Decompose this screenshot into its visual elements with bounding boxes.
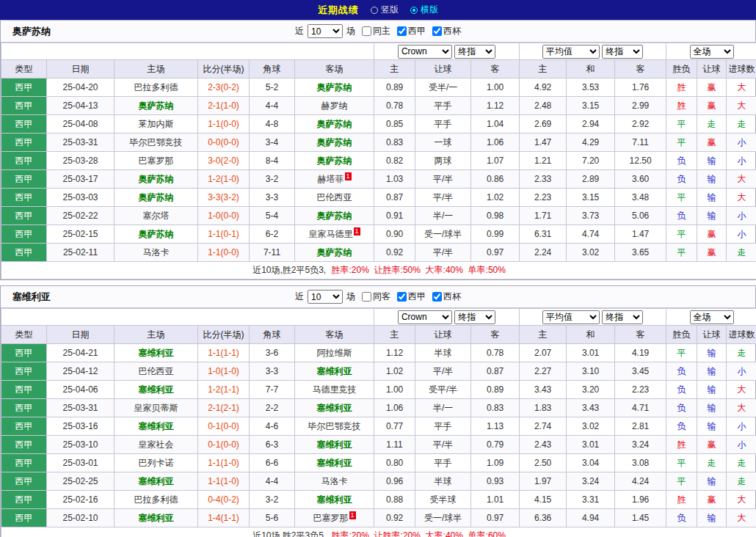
result-win-draw-lose: 负: [666, 399, 697, 417]
checkbox-input[interactable]: [397, 292, 407, 302]
asia-away-odds: 1.02: [471, 189, 520, 207]
asia-handicap: 平/半: [415, 189, 471, 207]
checkbox-input[interactable]: [362, 26, 371, 36]
corner-cell: 3-3: [250, 362, 295, 381]
euro-average-select[interactable]: 平均值: [542, 310, 600, 324]
page-title: 近期战绩: [318, 4, 359, 17]
home-team-cell: 塞尔塔: [115, 207, 198, 225]
away-team-name: 塞维利亚: [317, 403, 352, 413]
score-cell: 0-1(0-0): [198, 417, 250, 436]
col-type: 类型: [1, 326, 47, 344]
away-team-cell: 奥萨苏纳: [295, 152, 374, 170]
home-team-cell: 塞维利亚: [115, 509, 198, 527]
euro-home-odds: 3.43: [520, 381, 567, 399]
asia-home-odds: 0.83: [374, 134, 415, 152]
asia-handicap: 平手: [415, 417, 471, 436]
asia-away-odds: 0.99: [471, 225, 520, 244]
col-corner: 角球: [250, 60, 295, 78]
match-row: 西甲 25-03-31 皇家贝蒂斯 2-1(2-1) 2-2 塞维利亚 1.06…: [1, 399, 756, 417]
away-team-cell: 巴塞罗那1: [295, 509, 374, 527]
euro-home-odds: 4.15: [520, 491, 567, 509]
asia-away-odds: 0.83: [471, 399, 520, 417]
match-date: 25-04-20: [47, 78, 115, 97]
bookmaker-select[interactable]: Crown: [398, 310, 452, 324]
league-badge: 西甲: [1, 362, 47, 381]
euro-odds-type-select[interactable]: 终指: [602, 45, 643, 59]
asia-away-odds: 1.13: [471, 417, 520, 436]
euro-away-odds: 4.71: [615, 399, 666, 417]
asia-away-odds: 1.12: [471, 97, 520, 115]
copa-checkbox[interactable]: 西杯: [432, 25, 461, 37]
laliga-checkbox[interactable]: 西甲: [397, 291, 426, 303]
home-team-name: 塞维利亚: [139, 348, 174, 358]
score-cell: 1-0(1-0): [198, 362, 250, 381]
away-team-name: 皇家马德里: [309, 229, 353, 239]
euro-away-odds: 4.19: [615, 344, 666, 362]
radio-vertical-layout[interactable]: 竖版: [371, 4, 399, 16]
result-win-draw-lose: 负: [666, 417, 697, 436]
col-home: 主场: [115, 326, 198, 344]
asia-home-odds: 0.89: [374, 78, 415, 97]
league-badge: 西甲: [1, 454, 47, 472]
result-win-draw-lose: 平: [666, 115, 697, 134]
euro-away-odds: 1.76: [615, 78, 666, 97]
asia-home-odds: 0.78: [374, 97, 415, 115]
match-date: 25-03-03: [47, 189, 115, 207]
result-win-draw-lose: 胜: [666, 436, 697, 454]
asia-handicap: 平手: [415, 454, 471, 472]
checkbox-input[interactable]: [397, 26, 407, 36]
result-handicap: 走: [697, 454, 727, 472]
same-venue-checkbox[interactable]: 同主: [362, 25, 390, 37]
result-goals: 大: [727, 381, 756, 399]
asia-handicap: 受半/一: [415, 78, 471, 97]
asia-odds-type-select[interactable]: 终指: [454, 45, 495, 59]
corner-cell: 2-2: [250, 399, 295, 417]
corner-cell: 3-3: [250, 189, 295, 207]
copa-checkbox[interactable]: 西杯: [432, 291, 461, 303]
asia-odds-type-select[interactable]: 终指: [454, 310, 495, 324]
euro-average-select[interactable]: 平均值: [542, 45, 600, 59]
summary-row: 近10场,胜2平3负5, 胜率:20% 让胜率:20% 大率:40% 单率:60…: [1, 527, 756, 537]
corner-cell: 5-2: [250, 78, 295, 97]
home-team-cell: 皇家贝蒂斯: [115, 399, 198, 417]
result-goals: 小: [727, 207, 756, 225]
result-win-draw-lose: 胜: [666, 78, 697, 97]
league-badge: 西甲: [1, 207, 47, 225]
radio-horizontal-layout[interactable]: 横版: [410, 4, 438, 16]
laliga-checkbox[interactable]: 西甲: [397, 25, 426, 37]
asia-away-odds: 1.01: [471, 491, 520, 509]
checkbox-input[interactable]: [432, 292, 442, 302]
euro-home-odds: 2.24: [520, 244, 567, 262]
home-team-name: 巴列卡诺: [139, 458, 174, 468]
euro-home-odds: 2.07: [520, 344, 567, 362]
asia-home-odds: 1.12: [374, 344, 415, 362]
asia-home-odds: 0.85: [374, 115, 415, 134]
result-win-draw-lose: 负: [666, 170, 697, 189]
euro-home-odds: 1.97: [520, 472, 567, 491]
asia-handicap: 半/一: [415, 399, 471, 417]
recent-count-select[interactable]: 10: [308, 24, 343, 38]
same-venue-checkbox[interactable]: 同客: [362, 291, 390, 303]
away-team-cell: 塞维利亚: [295, 454, 374, 472]
result-win-draw-lose: 平: [666, 344, 697, 362]
recent-count-select[interactable]: 10: [308, 290, 343, 304]
checkbox-input[interactable]: [362, 292, 371, 302]
checkbox-input[interactable]: [432, 26, 442, 36]
result-win-draw-lose: 平: [666, 454, 697, 472]
result-goals: 大: [727, 509, 756, 527]
away-team-name: 阿拉维斯: [317, 348, 352, 358]
home-team-name: 皇家贝蒂斯: [134, 403, 178, 413]
home-team-name: 马洛卡: [143, 247, 170, 257]
match-date: 25-04-08: [47, 115, 115, 134]
result-goals: 走: [727, 454, 756, 472]
match-date: 25-04-13: [47, 97, 115, 115]
euro-away-odds: 3.08: [615, 454, 666, 472]
scope-select[interactable]: 全场: [690, 45, 734, 59]
home-team-name: 毕尔巴鄂竞技: [130, 137, 183, 147]
euro-odds-type-select[interactable]: 终指: [602, 310, 643, 324]
asia-away-odds: 1.04: [471, 115, 520, 134]
euro-home-odds: 2.33: [520, 170, 567, 189]
match-date: 25-04-12: [47, 362, 115, 381]
bookmaker-select[interactable]: Crown: [398, 45, 452, 59]
scope-select[interactable]: 全场: [690, 310, 734, 324]
